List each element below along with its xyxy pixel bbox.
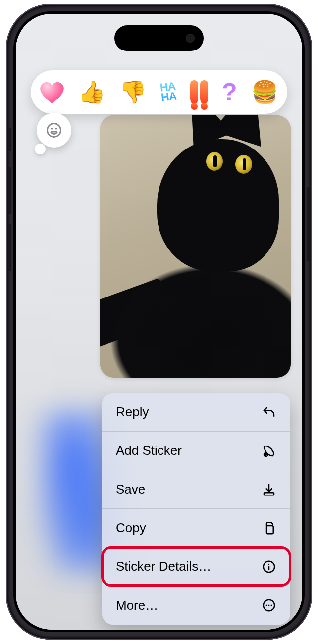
menu-label: Add Sticker <box>116 443 182 458</box>
smiley-icon <box>45 121 63 139</box>
menu-label: Copy <box>116 520 146 536</box>
tapback-thumbs-up[interactable]: 👍 <box>78 78 106 106</box>
context-menu: Reply Add Sticker Save <box>102 393 290 625</box>
svg-point-7 <box>268 563 270 565</box>
menu-item-save[interactable]: Save <box>102 470 290 509</box>
menu-label: Reply <box>116 404 149 420</box>
svg-rect-4 <box>264 493 274 495</box>
menu-label: Save <box>116 482 145 497</box>
menu-item-copy[interactable]: Copy <box>102 509 290 547</box>
tapback-sticker[interactable]: 🍔 <box>251 78 278 106</box>
tapback-exclaim[interactable] <box>190 78 208 106</box>
screen: 👍 👎 HA HA ? 🍔 <box>16 14 302 630</box>
tapback-heart[interactable] <box>40 78 64 106</box>
menu-label: Sticker Details… <box>116 559 211 574</box>
menu-item-sticker-details[interactable]: Sticker Details… <box>102 547 290 586</box>
message-image[interactable] <box>100 115 291 378</box>
volume-up-button <box>8 167 11 214</box>
svg-rect-5 <box>266 526 273 534</box>
image-cat <box>100 194 291 378</box>
info-icon <box>262 559 276 574</box>
haha-icon: HA HA <box>159 82 177 102</box>
more-icon <box>262 598 276 613</box>
menu-label: More… <box>116 598 158 613</box>
copy-icon <box>262 521 276 536</box>
svg-point-1 <box>51 128 53 130</box>
dynamic-island <box>114 25 204 51</box>
reply-icon <box>262 405 276 420</box>
power-button <box>307 187 310 261</box>
svg-point-0 <box>48 124 61 137</box>
svg-point-2 <box>55 128 57 130</box>
question-icon: ? <box>222 78 237 106</box>
menu-item-add-sticker[interactable]: Add Sticker <box>102 432 290 470</box>
save-icon <box>262 482 276 497</box>
phone-bezel: 👍 👎 HA HA ? 🍔 <box>13 11 305 632</box>
menu-item-reply[interactable]: Reply <box>102 393 290 432</box>
svg-point-11 <box>271 605 272 606</box>
menu-item-more[interactable]: More… <box>102 586 290 625</box>
add-sticker-icon <box>262 444 276 458</box>
exclaim-icon <box>190 80 208 104</box>
tapback-more-emoji-button[interactable] <box>37 113 71 148</box>
thumbs-down-icon: 👎 <box>119 79 147 105</box>
heart-icon <box>40 81 64 103</box>
volume-down-button <box>8 224 11 271</box>
burger-sticker-icon: 🍔 <box>251 79 278 105</box>
tapback-thumbs-down[interactable]: 👎 <box>119 78 147 106</box>
svg-point-9 <box>266 605 267 606</box>
silence-switch <box>8 128 11 151</box>
thumbs-up-icon: 👍 <box>78 79 106 105</box>
iphone-frame: 👍 👎 HA HA ? 🍔 <box>6 4 312 640</box>
svg-point-10 <box>268 605 270 606</box>
tapback-question[interactable]: ? <box>222 78 238 106</box>
tapback-haha[interactable]: HA HA <box>160 78 176 106</box>
tapback-bar: 👍 👎 HA HA ? 🍔 <box>31 70 287 114</box>
